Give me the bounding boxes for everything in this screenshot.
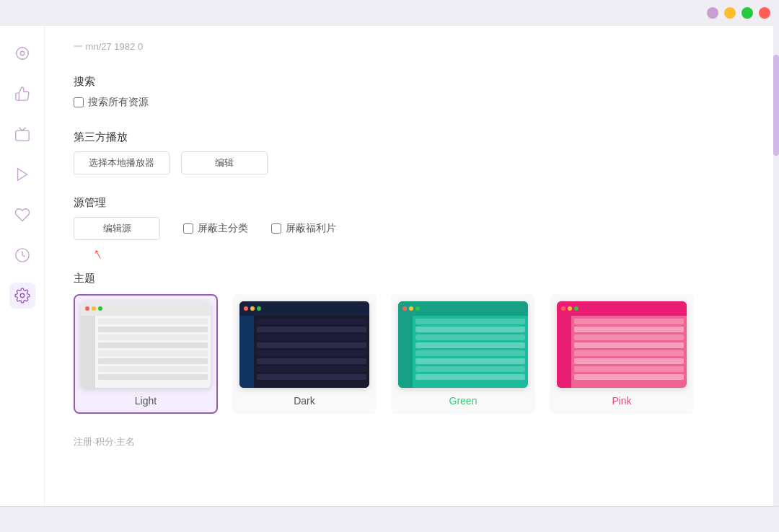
sidebar-item-tv[interactable] (9, 121, 35, 147)
theme-label-dark: Dark (294, 395, 315, 407)
close-button[interactable] (759, 7, 770, 19)
block-welfare-checkbox-label[interactable]: 屏蔽福利片 (271, 222, 336, 235)
sidebar (0, 26, 45, 532)
main-content: 一 mn/27 1982 0 搜索 搜索所有资源 第三方播放 选择本地播放器 编… (45, 26, 773, 506)
title-bar (0, 0, 779, 26)
scrollbar-track[interactable] (773, 26, 779, 506)
select-player-button[interactable]: 选择本地播放器 (74, 151, 170, 174)
edit-source-button[interactable]: 编辑源 (74, 217, 160, 240)
search-title: 搜索 (74, 75, 744, 89)
sidebar-item-like[interactable] (9, 81, 35, 107)
sidebar-item-heart[interactable] (9, 202, 35, 228)
svg-point-1 (20, 51, 25, 56)
block-category-checkbox[interactable] (183, 223, 193, 234)
theme-card-dark[interactable]: Dark (232, 294, 377, 414)
svg-point-5 (20, 293, 25, 298)
svg-marker-3 (17, 169, 27, 181)
theme-label-pink: Pink (612, 395, 631, 407)
sidebar-item-play[interactable] (9, 161, 35, 187)
third-party-section: 第三方播放 选择本地播放器 编辑 (74, 130, 744, 174)
search-section: 搜索 搜索所有资源 (74, 75, 744, 109)
source-manage-title: 源管理 (74, 196, 744, 210)
sidebar-item-discover[interactable] (9, 40, 35, 66)
block-welfare-checkbox[interactable] (271, 223, 281, 234)
edit-player-button[interactable]: 编辑 (181, 151, 268, 174)
theme-preview-green (398, 301, 528, 388)
minimize-button[interactable] (724, 7, 736, 19)
theme-section: 主题 (74, 272, 744, 414)
bottom-bar (0, 506, 779, 532)
traffic-light-button[interactable] (707, 7, 718, 19)
maximize-button[interactable] (741, 7, 753, 19)
svg-point-0 (16, 48, 28, 60)
theme-preview-light (81, 301, 211, 388)
search-all-checkbox-label[interactable]: 搜索所有资源 (74, 96, 744, 109)
theme-card-pink[interactable]: Pink (550, 294, 694, 414)
sidebar-item-history[interactable] (9, 242, 35, 268)
theme-card-green[interactable]: Green (391, 294, 535, 414)
theme-preview-pink (557, 301, 687, 388)
partial-top-text: 一 mn/27 1982 0 (74, 40, 744, 53)
block-category-checkbox-label[interactable]: 屏蔽主分类 (183, 222, 248, 235)
svg-rect-2 (15, 130, 28, 141)
red-arrow-indicator: ↑ (89, 244, 106, 264)
theme-title: 主题 (74, 272, 744, 285)
theme-preview-dark (239, 301, 369, 388)
search-all-label: 搜索所有资源 (88, 96, 149, 109)
theme-label-green: Green (449, 395, 477, 407)
sidebar-item-settings[interactable] (9, 283, 35, 309)
partial-bottom-text: 注册·积分·主名 (74, 435, 744, 448)
theme-label-light: Light (135, 395, 157, 407)
third-party-title: 第三方播放 (74, 130, 744, 144)
scrollbar-thumb[interactable] (773, 55, 779, 156)
theme-grid: Light (74, 294, 744, 414)
block-category-label: 屏蔽主分类 (198, 222, 248, 235)
search-all-checkbox[interactable] (74, 97, 84, 107)
source-manage-section: 源管理 编辑源 ↑ 屏蔽主分类 屏蔽福利片 (74, 196, 744, 240)
theme-card-light[interactable]: Light (74, 294, 218, 414)
block-welfare-label: 屏蔽福利片 (286, 222, 336, 235)
